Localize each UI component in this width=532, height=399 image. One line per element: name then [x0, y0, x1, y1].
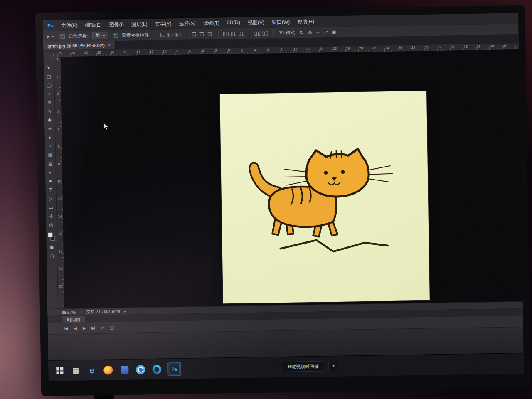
clone-stamp-tool[interactable]: ♦: [44, 133, 55, 142]
align-top-edges-button[interactable]: [191, 32, 197, 37]
auto-select-label: 自动选择:: [69, 33, 88, 39]
cat-whiskers: [283, 169, 308, 185]
browser-app-icon[interactable]: [135, 364, 146, 375]
3d-scale-icon[interactable]: ▣: [332, 29, 337, 34]
ruler-number: 16: [57, 231, 64, 249]
menu-window[interactable]: 窗口(W): [269, 17, 293, 27]
divider: [186, 31, 186, 38]
eraser-tool[interactable]: ▨: [45, 151, 55, 160]
align-left-edges-button[interactable]: [160, 32, 165, 37]
align-h-centers-button[interactable]: [167, 32, 173, 37]
marquee-tool[interactable]: ▢: [44, 72, 54, 81]
auto-select-checkbox[interactable]: [60, 34, 65, 39]
move-tool-preset-icon[interactable]: ➤▾: [47, 34, 54, 39]
move-tool[interactable]: ➤: [44, 64, 54, 72]
timeline-play-button[interactable]: ▶: [83, 326, 85, 330]
timeline-split-button[interactable]: ✄: [101, 325, 104, 330]
menu-layer[interactable]: 图层(L): [128, 19, 150, 29]
align-right-edges-button[interactable]: [175, 32, 181, 37]
menu-image[interactable]: 图像(I): [106, 20, 127, 30]
ruler-number: 22: [58, 283, 64, 301]
ruler-number: 16: [123, 49, 137, 54]
ruler-number: 20: [57, 266, 64, 283]
ruler-number: 16: [333, 46, 346, 51]
quick-select-tool[interactable]: ✦: [44, 90, 54, 99]
document-tab[interactable]: qrmh.jpg @ 66.7%(RGB/8#) ×: [43, 41, 116, 50]
3d-mode-label: 3D 模式:: [278, 30, 296, 36]
open-document-image[interactable]: [220, 91, 430, 304]
ruler-number: 12: [307, 47, 320, 52]
status-expand-arrow-icon[interactable]: ▸: [124, 309, 126, 313]
firefox-logo: [103, 365, 113, 374]
crop-tool[interactable]: ⊞: [44, 99, 54, 107]
photoshop-taskbar-button[interactable]: Ps: [167, 362, 181, 375]
ruler-number: 26: [398, 45, 411, 50]
menu-select[interactable]: 选择(S): [176, 19, 198, 29]
zoom-tool[interactable]: ◎: [46, 221, 57, 229]
color-swatches[interactable]: [46, 232, 57, 243]
document-tab-title: qrmh.jpg @ 66.7%(RGB/8#): [47, 43, 105, 49]
type-tool[interactable]: T: [45, 186, 56, 195]
healing-brush-tool[interactable]: ✚: [44, 116, 55, 125]
timeline-transition-button[interactable]: ◫: [110, 325, 113, 330]
timeline-prev-frame-button[interactable]: ◀: [74, 326, 76, 330]
video-timeline-mode-label[interactable]: B键视频时间轴: [281, 361, 326, 372]
ruler-number: 0: [228, 48, 241, 53]
windows-logo-icon: [56, 367, 63, 374]
blue-app-logo: [121, 366, 128, 374]
3d-rotate-icon[interactable]: ↻: [300, 30, 304, 35]
distribute-bottom-button[interactable]: [262, 31, 268, 35]
dodge-tool[interactable]: ◐: [45, 168, 56, 177]
ruler-number: 18: [346, 46, 359, 51]
distribute-h-centers-button[interactable]: [231, 31, 236, 36]
browser-app-2-icon[interactable]: [151, 364, 162, 374]
history-brush-tool[interactable]: ◔: [45, 142, 55, 151]
chevron-down-icon: ▾: [103, 34, 105, 37]
canvas-area[interactable]: [60, 49, 522, 308]
menu-help[interactable]: 帮助(H): [294, 17, 317, 27]
calculator-icon[interactable]: ▦: [70, 365, 81, 376]
start-button[interactable]: [54, 365, 65, 376]
menu-file[interactable]: 文件(F): [58, 20, 81, 30]
ruler-number: 6: [56, 144, 62, 161]
zoom-level[interactable]: 66.67%: [62, 310, 76, 315]
menu-filter[interactable]: 滤镜(T): [200, 18, 222, 28]
align-bottom-edges-button[interactable]: [207, 32, 212, 36]
menu-type[interactable]: 文字(Y): [152, 19, 174, 29]
eyedropper-tool[interactable]: ✎: [44, 107, 54, 116]
3d-roll-icon[interactable]: ◎: [308, 30, 312, 35]
gradient-tool[interactable]: ▤: [45, 160, 55, 168]
timeline-next-frame-button[interactable]: ▶|: [91, 325, 95, 330]
3d-slide-icon[interactable]: ⇄: [324, 30, 328, 35]
lasso-tool[interactable]: ◯: [44, 81, 54, 90]
path-select-tool[interactable]: ▷: [46, 195, 56, 203]
divider: [249, 30, 249, 37]
quick-mask-button[interactable]: ▣: [47, 243, 57, 252]
menu-view[interactable]: 视图(V): [245, 17, 267, 27]
close-icon[interactable]: ×: [108, 42, 111, 48]
screen-mode-button[interactable]: ▢: [47, 252, 57, 261]
pen-tool[interactable]: ✒: [45, 177, 56, 186]
distribute-right-button[interactable]: [239, 31, 244, 36]
auto-select-dropdown[interactable]: 组▾: [92, 32, 108, 40]
ruler-number: 42: [503, 43, 516, 48]
browser-logo: [136, 365, 145, 374]
brush-tool[interactable]: ✑: [44, 125, 55, 133]
ruler-number: 28: [411, 45, 425, 50]
hand-tool[interactable]: ✛: [46, 212, 56, 221]
ruler-number: 4: [254, 47, 268, 52]
show-transform-checkbox[interactable]: [113, 33, 118, 38]
distribute-left-button[interactable]: [223, 32, 228, 36]
distribute-top-button[interactable]: [254, 31, 260, 35]
foreground-color-swatch[interactable]: [48, 233, 52, 237]
shape-tool[interactable]: ▭: [46, 203, 56, 212]
timeline-first-frame-button[interactable]: |◀: [64, 326, 68, 330]
menu-edit[interactable]: 编辑(E): [82, 20, 104, 30]
dropdown-arrow-button[interactable]: ▼: [328, 362, 338, 370]
edge-browser-icon[interactable]: e: [86, 365, 97, 376]
firefox-icon[interactable]: [103, 365, 113, 375]
menu-3d[interactable]: 3D(D): [224, 18, 243, 28]
3d-drag-icon[interactable]: ✛: [316, 30, 320, 35]
align-v-centers-button[interactable]: [199, 32, 204, 36]
blue-app-icon[interactable]: [119, 364, 130, 375]
